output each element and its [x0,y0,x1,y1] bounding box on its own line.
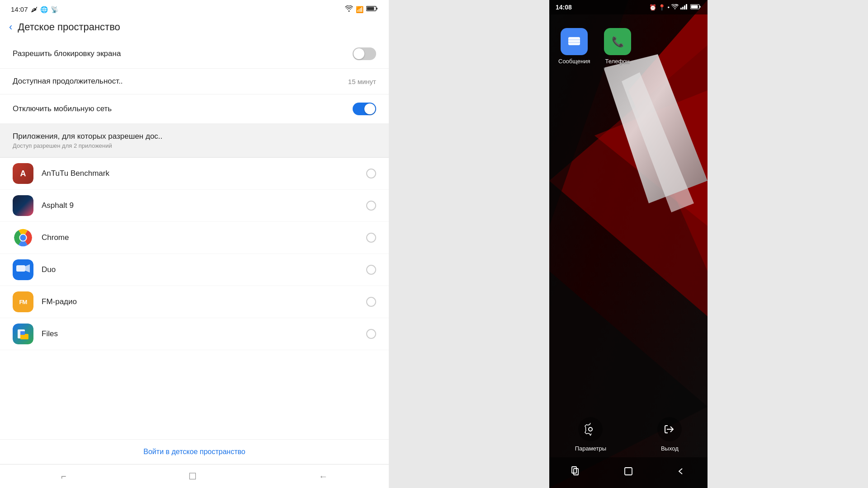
enter-kids-mode-link[interactable]: Войти в детское пространство [0,439,389,464]
svg-marker-7 [25,264,30,272]
svg-rect-21 [684,5,685,9]
battery-icon [366,5,378,13]
files-name: Files [42,329,366,338]
app-item-asphalt[interactable]: Asphalt 9 [0,190,389,222]
asphalt-name: Asphalt 9 [42,201,366,210]
chrome-radio[interactable] [366,233,376,243]
toggle-knob-on [364,103,375,114]
phone-nav-home[interactable] [623,466,633,479]
phone-preview-panel: 14:08 ⏰ 📍 • [389,0,868,488]
phone-nav-back[interactable] [676,466,686,479]
messages-app-icon [561,28,588,55]
back-button[interactable]: ‹ [9,21,12,33]
phone-app-label: Телефон [605,58,630,65]
wifi-icon [345,5,353,13]
phone-signal-icon [680,4,689,11]
chrome-name: Chrome [42,233,366,242]
screen-lock-label: Разрешить блокировку экрана [13,49,121,58]
duo-icon [13,259,33,280]
mobile-network-toggle[interactable] [353,103,376,115]
phone-dot-icon: • [667,4,670,11]
phone-app-icon: 📞 [604,28,631,55]
settings-action-btn[interactable]: Параметры [575,417,606,452]
app-item-files[interactable]: Files [0,318,389,350]
duration-value: 15 минут [348,78,376,85]
svg-rect-33 [572,467,576,473]
antutu-radio[interactable] [366,169,376,178]
svg-rect-2 [367,7,374,10]
settings-action-label: Параметры [575,445,606,452]
svg-rect-34 [574,469,578,475]
phone-screen: 14:08 ⏰ 📍 • [549,0,708,488]
phone-nav-recents[interactable] [571,466,580,479]
phone-bottom-actions: Параметры Выход [549,417,708,452]
chrome-icon-container [13,227,33,248]
top-nav: ‹ Детское пространство [0,17,389,39]
phone-status-icons: ⏰ 📍 • [649,4,701,11]
nav-home-button[interactable]: ☐ [189,471,197,482]
mobile-network-setting: Отключить мобильную сеть [0,94,389,124]
phone-app-phone[interactable]: 📞 Телефон [604,28,631,65]
svg-rect-27 [568,37,580,45]
toggle-knob [354,48,364,59]
asphalt-icon [13,195,33,216]
phone-apps-row: Сообщения 📞 Телефон [549,19,708,74]
svg-rect-1 [376,8,377,9]
files-radio[interactable] [366,329,376,339]
phone-battery-icon [690,4,701,11]
fm-radio[interactable] [366,297,376,307]
settings-list: Разрешить блокировку экрана Доступная пр… [0,39,389,439]
page-title: Детское пространство [18,21,120,33]
app-item-duo[interactable]: Duo [0,254,389,286]
svg-point-5 [20,235,26,240]
exit-action-btn[interactable]: Выход [657,417,682,452]
antutu-name: AnTuTu Benchmark [42,169,366,178]
svg-rect-24 [699,6,701,8]
status-icon-signal-small: 📡 [51,6,58,13]
svg-rect-6 [16,265,25,272]
app-item-antutu[interactable]: A AnTuTu Benchmark [0,158,389,190]
phone-time: 14:08 [556,4,572,11]
app-item-fm[interactable]: FM FM-радио [0,286,389,318]
nav-back-button[interactable]: ← [319,471,328,482]
nav-recents-button[interactable]: ⌐ [61,471,66,482]
screen-lock-toggle[interactable] [353,47,376,60]
svg-text:📞: 📞 [611,36,624,48]
duration-label: Доступная продолжительност.. [13,77,123,86]
apps-section-title: Приложения, для которых разрешен дос.. [13,132,376,141]
svg-rect-19 [680,8,682,9]
svg-rect-22 [686,4,687,9]
antutu-icon: A [13,163,33,184]
bottom-nav: ⌐ ☐ ← [0,464,389,488]
apps-section-header[interactable]: Приложения, для которых разрешен дос.. Д… [0,124,389,158]
app-item-chrome[interactable]: Chrome [0,222,389,254]
status-time: 14:07 [11,5,28,13]
svg-rect-20 [682,7,684,9]
status-bar: 14:07 🌶 🌐 📡 📶 [0,0,389,17]
screen-lock-setting: Разрешить блокировку экрана [0,39,389,69]
exit-action-icon [657,417,682,441]
apps-section-subtitle: Доступ разрешен для 2 приложений [13,142,376,149]
duo-radio[interactable] [366,265,376,275]
phone-nav-bar [549,457,708,488]
phone-app-messages[interactable]: Сообщения [558,28,590,65]
phone-alarm-icon: ⏰ [649,4,656,11]
svg-rect-35 [625,468,632,475]
duo-name: Duo [42,265,366,274]
status-icon-wifi-small: 🌐 [40,6,48,13]
settings-panel: 14:07 🌶 🌐 📡 📶 [0,0,389,488]
status-bar-left: 14:07 🌶 🌐 📡 [11,5,58,13]
phone-status-bar: 14:08 ⏰ 📍 • [549,0,708,14]
svg-rect-10 [20,331,25,335]
fm-name: FM-радио [42,297,366,306]
phone-location-icon: 📍 [658,4,665,11]
files-icon [13,324,33,344]
messages-app-label: Сообщения [558,58,590,65]
duration-setting[interactable]: Доступная продолжительност.. 15 минут [0,69,389,94]
settings-action-icon [578,417,603,441]
status-bar-right: 📶 [345,5,378,13]
exit-action-label: Выход [661,445,679,452]
signal-icon: 📶 [356,6,363,13]
phone-wifi-icon [671,4,679,11]
asphalt-radio[interactable] [366,201,376,211]
